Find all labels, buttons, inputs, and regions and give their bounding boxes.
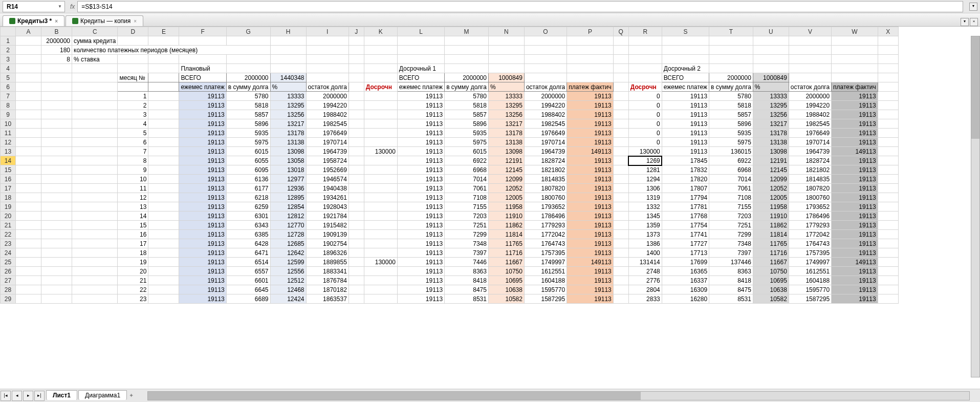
cell[interactable]	[148, 248, 179, 258]
cell[interactable]	[349, 129, 364, 138]
cell[interactable]	[118, 82, 148, 92]
cell[interactable]: 17807	[662, 184, 709, 193]
cell[interactable]	[613, 165, 628, 175]
cell[interactable]: 19113	[397, 211, 444, 221]
cell[interactable]	[613, 239, 628, 248]
cell[interactable]: 19113	[397, 239, 444, 248]
cell[interactable]	[16, 165, 41, 175]
cell[interactable]: 1896326	[306, 248, 349, 258]
cell[interactable]	[445, 64, 489, 73]
cell[interactable]	[628, 36, 662, 46]
cell[interactable]: 5818	[709, 101, 753, 110]
cell[interactable]	[148, 267, 179, 276]
cell[interactable]: 16280	[662, 294, 709, 304]
cell[interactable]	[16, 119, 41, 129]
cell[interactable]: 1814835	[789, 175, 831, 184]
cell[interactable]: 19113	[662, 138, 709, 147]
cell[interactable]: 1921784	[306, 211, 349, 221]
cell[interactable]	[364, 184, 397, 193]
cell[interactable]	[613, 64, 628, 73]
cell[interactable]: 7	[118, 147, 148, 156]
cell[interactable]: 12685	[270, 239, 306, 248]
cell[interactable]: 180	[41, 46, 72, 55]
cell[interactable]	[789, 36, 831, 46]
row-header[interactable]: 19	[1, 202, 16, 211]
cell[interactable]: 6	[118, 138, 148, 147]
cell[interactable]: 13098	[753, 147, 789, 156]
cell[interactable]: 19113	[397, 202, 444, 211]
cell[interactable]	[445, 36, 489, 46]
row-header[interactable]: 25	[1, 258, 16, 267]
cell[interactable]	[349, 156, 364, 165]
cell[interactable]	[16, 276, 41, 285]
col-header[interactable]: I	[306, 27, 349, 36]
cell[interactable]: 2000000	[789, 92, 831, 101]
cell[interactable]: 19113	[567, 294, 614, 304]
cell[interactable]	[878, 248, 898, 258]
cell[interactable]	[613, 184, 628, 193]
cell[interactable]	[662, 36, 709, 46]
col-header[interactable]: V	[789, 27, 831, 36]
cell[interactable]	[148, 239, 179, 248]
cell[interactable]: 19113	[567, 285, 614, 294]
cell[interactable]: 11667	[753, 258, 789, 267]
cell[interactable]	[567, 55, 614, 64]
cell[interactable]: 8418	[709, 276, 753, 285]
cell[interactable]	[41, 82, 72, 92]
cell[interactable]: 3	[118, 110, 148, 119]
cell[interactable]: 19113	[662, 147, 709, 156]
cell[interactable]	[613, 129, 628, 138]
col-header[interactable]: T	[709, 27, 753, 36]
cell[interactable]: 19113	[397, 276, 444, 285]
cell[interactable]: 13138	[270, 138, 306, 147]
cell[interactable]: 1814835	[524, 175, 567, 184]
cell[interactable]: 19113	[662, 101, 709, 110]
cell[interactable]	[16, 193, 41, 202]
chevron-down-icon[interactable]: ▼	[58, 4, 62, 9]
cell[interactable]	[16, 101, 41, 110]
close-icon[interactable]: ×	[55, 18, 58, 24]
cell[interactable]	[148, 119, 179, 129]
cell[interactable]: 8531	[709, 294, 753, 304]
cell[interactable]: 19113	[397, 267, 444, 276]
cell[interactable]: 8363	[445, 267, 489, 276]
cell[interactable]: 1828724	[524, 156, 567, 165]
cell[interactable]	[41, 294, 72, 304]
cell[interactable]: 2000000	[709, 73, 753, 82]
cell[interactable]	[613, 73, 628, 82]
cell[interactable]	[148, 294, 179, 304]
cell[interactable]	[524, 73, 567, 82]
cell[interactable]: 7251	[709, 221, 753, 230]
cell[interactable]	[613, 193, 628, 202]
cell[interactable]: 11716	[753, 248, 789, 258]
cell[interactable]: 16309	[662, 285, 709, 294]
cell[interactable]	[349, 285, 364, 294]
cell[interactable]	[16, 258, 41, 267]
cell[interactable]: 13217	[488, 119, 524, 129]
cell[interactable]	[349, 230, 364, 239]
cell[interactable]	[364, 248, 397, 258]
cell[interactable]: 19113	[567, 239, 614, 248]
cell[interactable]: 6385	[226, 230, 270, 239]
cell[interactable]: 8418	[445, 276, 489, 285]
cell[interactable]	[524, 46, 567, 55]
cell[interactable]: 19113	[832, 129, 878, 138]
cell[interactable]: 12191	[753, 156, 789, 165]
cell[interactable]: 7014	[709, 175, 753, 184]
cell[interactable]	[364, 202, 397, 211]
cell[interactable]: 10582	[753, 294, 789, 304]
cell[interactable]	[613, 175, 628, 184]
cell[interactable]: 1604188	[789, 276, 831, 285]
cell[interactable]: 7299	[709, 230, 753, 239]
cell[interactable]	[349, 46, 364, 55]
cell[interactable]: 130000	[364, 147, 397, 156]
cell[interactable]	[878, 119, 898, 129]
close-all-button[interactable]: ×	[970, 18, 978, 26]
cell[interactable]: 1928043	[306, 202, 349, 211]
cell[interactable]	[179, 55, 226, 64]
cell[interactable]: 1883341	[306, 267, 349, 276]
col-header[interactable]: K	[364, 27, 397, 36]
row-header[interactable]: 24	[1, 248, 16, 258]
cell[interactable]: 17713	[662, 248, 709, 258]
cell[interactable]: 19113	[397, 165, 444, 175]
